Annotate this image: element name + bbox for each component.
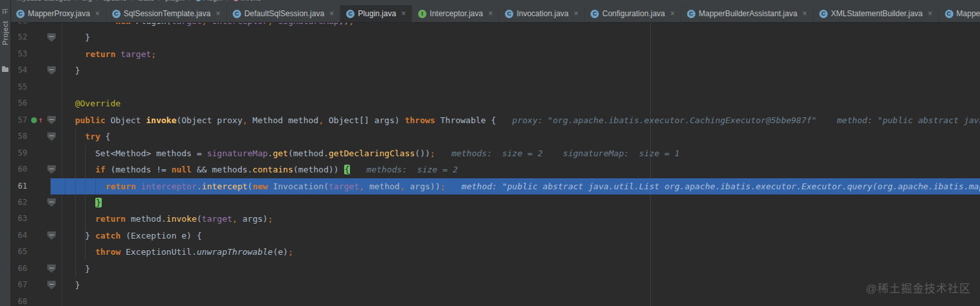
tab-close-icon[interactable]: × [574,10,578,18]
tab-invocation-java[interactable]: CInvocation.java× [499,5,585,22]
line-number[interactable]: 62 [10,194,27,211]
breadcrumb-item[interactable]: invoke [233,0,261,2]
tab-close-icon[interactable]: × [401,10,406,18]
fold-icon[interactable] [47,281,56,289]
breadcrumb-item[interactable]: org [82,0,92,2]
breadcrumb-item[interactable]: plugin [165,0,184,2]
breadcrumb-item[interactable]: mybatis-dialogue [17,0,71,2]
code-line-67[interactable]: 67 } [10,277,980,293]
line-number[interactable]: 54 [10,62,27,78]
tab-xmlstatementbuilder-java[interactable]: CXMLStatementBuilder.java× [813,5,939,22]
line-number[interactable]: 53 [10,46,27,62]
class-icon: C [233,10,241,18]
code-line-54[interactable]: 54 } [10,62,980,78]
code-line-57[interactable]: 57↑ public Object invoke(Object proxy, M… [10,112,980,128]
tab-defaultsqlsession-java[interactable]: CDefaultSqlSession.java× [227,5,340,22]
fold-icon[interactable] [47,132,56,141]
line-number[interactable]: 67 [10,277,27,293]
tab-close-icon[interactable]: × [670,10,675,18]
code-line-62[interactable]: 62 } [10,194,980,211]
fold-icon[interactable] [47,198,56,207]
line-number[interactable]: 64 [10,228,27,244]
project-tool-window-button[interactable]: Project [1,21,9,45]
code-line-55[interactable]: 55 [10,79,980,95]
line-number[interactable]: 58 [10,128,27,145]
line-number[interactable]: 68 [10,294,27,306]
tab-label: Invocation.java [517,9,568,18]
overriding-method-icon[interactable] [31,117,37,123]
line-number[interactable]: 60 [10,161,27,178]
class-icon: C [112,10,121,18]
breadcrumb-item[interactable]: apache [103,0,126,2]
code-line-68[interactable]: 68 [10,294,980,306]
code-line-63[interactable]: 63 return method.invoke(target, args); [10,211,980,227]
tab-sqlsessiontemplate-java[interactable]: CSqlSessionTemplate.java× [106,5,227,22]
fold-icon[interactable] [47,116,56,124]
line-number[interactable]: 56 [10,95,27,112]
navigate-super-arrow-icon[interactable]: ↑ [38,112,43,128]
tab-close-icon[interactable]: × [216,10,220,18]
code-editor[interactable]: 51 new Plugin(target, interceptor, signa… [10,22,980,306]
execution-line[interactable]: 61 return interceptor.intercept(new Invo… [10,178,980,194]
tab-label: MapperMethod.java [957,9,980,18]
inline-debug-hint: method: "public abstract java.util.List … [461,182,980,191]
line-number[interactable]: 59 [10,145,27,161]
fold-icon[interactable] [47,165,56,174]
tab-close-icon[interactable]: × [329,10,334,18]
tab-mapperproxy-java[interactable]: CMapperProxy.java× [10,5,106,22]
fold-icon[interactable] [47,265,56,273]
code-line-60[interactable]: 60 if (methods != null && methods.contai… [10,161,980,178]
line-number[interactable]: 66 [10,261,27,277]
code-text: new Plugin(target, interceptor, signatur… [65,22,354,29]
method-icon [233,0,239,1]
breadcrumb-separator: / [75,0,77,2]
tab-label: DefaultSqlSession.java [244,9,324,18]
tab-close-icon[interactable]: × [802,10,807,18]
code-line-56[interactable]: 56 @Override [10,95,980,112]
breadcrumb: mybatis-dialogue/org/apache/ibatis/plugi… [10,0,980,5]
code-text: try { [65,128,110,145]
tool-window-grid-icon[interactable] [3,9,8,14]
tab-configuration-java[interactable]: CConfiguration.java× [585,5,681,22]
tab-mappermethod-java[interactable]: CMapperMethod.java× [939,5,980,22]
code-text: Set<Method> methods = signatureMap.get(m… [65,145,680,161]
tab-interceptor-java[interactable]: IInterceptor.java× [412,5,499,22]
line-number[interactable]: 63 [10,211,27,227]
code-line-59[interactable]: 59 Set<Method> methods = signatureMap.ge… [10,145,980,161]
inline-debug-hint: proxy: "org.apache.ibatis.executor.Cachi… [512,115,980,125]
code-line-51[interactable]: 51 new Plugin(target, interceptor, signa… [10,22,980,29]
tab-close-icon[interactable]: × [95,10,100,18]
code-text: return interceptor.intercept(new Invocat… [65,178,980,194]
class-icon: C [590,10,599,18]
fold-icon[interactable] [47,231,56,240]
breadcrumb-item[interactable]: Plugin [196,0,223,2]
line-number[interactable]: 51 [10,22,27,29]
fold-icon[interactable] [47,66,56,75]
code-line-58[interactable]: 58 try { [10,128,980,145]
breadcrumb-separator: / [159,0,161,2]
line-number[interactable]: 65 [10,244,27,260]
breadcrumb-separator: / [227,0,229,2]
tab-mapperbuilderassistant-java[interactable]: CMapperBuilderAssistant.java× [681,5,813,22]
class-icon: C [819,10,828,18]
class-icon [196,0,201,1]
line-number[interactable]: 52 [10,29,27,45]
tab-close-icon[interactable]: × [928,10,933,18]
code-line-64[interactable]: 64 } catch (Exception e) { [10,228,980,244]
breadcrumb-item[interactable]: ibatis [137,0,154,2]
line-number[interactable]: 55 [10,79,27,95]
tab-plugin-java[interactable]: CPlugin.java× [340,5,412,22]
class-icon: C [505,10,513,18]
tab-close-icon[interactable]: × [488,10,493,18]
line-number[interactable]: 61 [10,178,27,194]
fold-icon[interactable] [47,33,56,41]
tool-window-stripe: Project [0,0,11,306]
line-number[interactable]: 57 [10,112,27,128]
code-line-53[interactable]: 53 return target; [10,46,980,62]
breadcrumb-separator: / [97,0,99,2]
code-line-52[interactable]: 52 } [10,29,980,45]
tab-label: Configuration.java [602,9,665,18]
code-line-65[interactable]: 65 throw ExceptionUtil.unwrapThrowable(e… [10,244,980,260]
code-line-66[interactable]: 66 } [10,261,980,277]
code-text: if (methods != null && methods.contains(… [65,161,458,178]
